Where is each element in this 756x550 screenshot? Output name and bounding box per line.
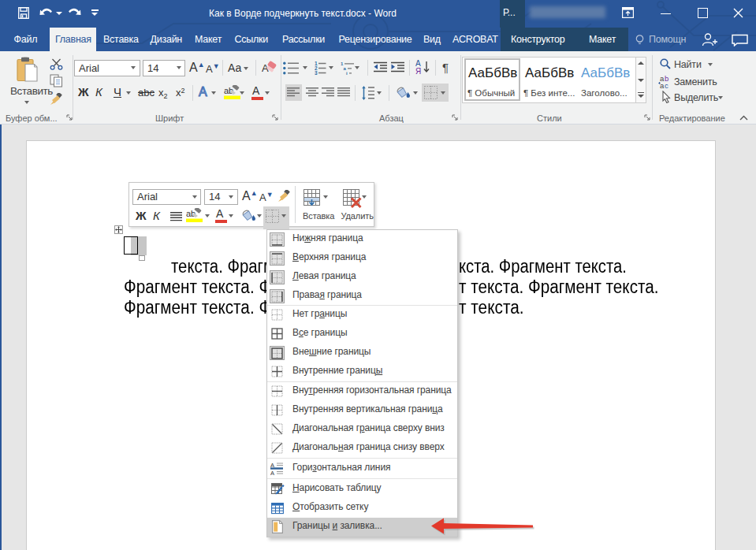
svg-text:A: A: [270, 462, 274, 469]
svg-text:c: c: [665, 81, 668, 89]
svg-text:3: 3: [315, 70, 318, 76]
svg-text:Я: Я: [415, 67, 421, 75]
svg-text:i: i: [346, 71, 348, 75]
svg-text:A: A: [270, 469, 274, 475]
